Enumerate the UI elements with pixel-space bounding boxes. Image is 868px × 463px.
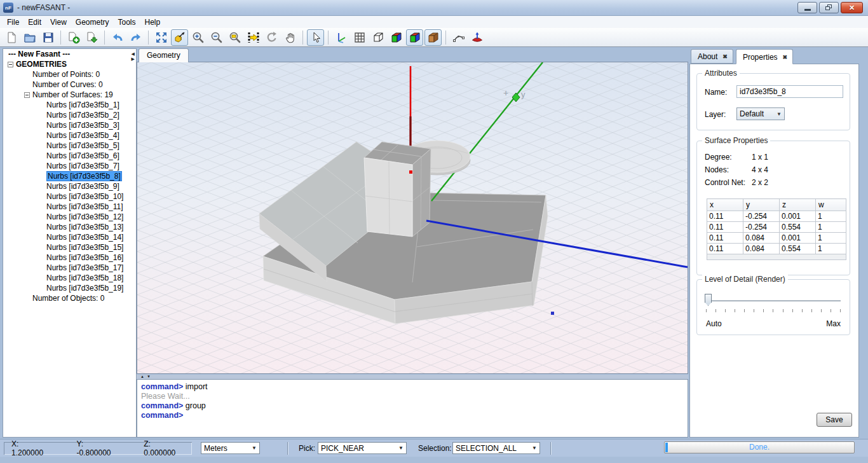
cell[interactable]: 0.11 [707, 222, 743, 233]
column-header-w[interactable]: w [816, 199, 846, 211]
viewport-3d-scene[interactable]: + y [137, 62, 688, 373]
title-bar[interactable]: nF - newFASANT - ✕ [0, 0, 868, 16]
surface-normals-button[interactable] [468, 29, 485, 46]
tree-splitter-arrows[interactable]: ◀▶ [132, 52, 135, 62]
curve-tool-button[interactable] [450, 29, 467, 46]
cell[interactable]: 1 [816, 211, 846, 222]
menu-edit[interactable]: Edit [24, 17, 46, 27]
menu-view[interactable]: View [46, 17, 71, 27]
tree-item-objects[interactable]: Number of Objects: 0 [3, 293, 136, 303]
cell[interactable]: -0.254 [743, 222, 780, 233]
tree-item-nurbs[interactable]: Nurbs [id7d3e3f5b_6] [3, 151, 136, 161]
tab-properties[interactable]: Properties✖ [736, 49, 793, 64]
menu-file[interactable]: File [3, 17, 24, 27]
cell[interactable]: 1 [816, 244, 846, 254]
selection-select[interactable]: SELECTION_ALL▼ [452, 442, 540, 454]
lod-slider-handle[interactable] [705, 294, 712, 306]
tree-item-nurbs[interactable]: Nurbs [id7d3e3f5b_9] [3, 181, 136, 191]
cell[interactable]: 0.11 [707, 244, 743, 254]
tree-item-points[interactable]: Number of Points: 0 [3, 69, 136, 79]
tree-item-nurbs[interactable]: Nurbs [id7d3e3f5b_3] [3, 120, 136, 130]
tree-item-nurbs[interactable]: Nurbs [id7d3e3f5b_2] [3, 110, 136, 120]
cell[interactable]: -0.254 [743, 211, 780, 222]
wireframe-cube-button[interactable] [369, 29, 386, 46]
cell[interactable]: 1 [816, 233, 846, 244]
cell[interactable]: 0.001 [780, 211, 816, 222]
tree-item-nurbs-selected[interactable]: Nurbs [id7d3e3f5b_8] [3, 171, 136, 181]
console-prompt-line[interactable]: command> [141, 411, 684, 420]
close-button[interactable]: ✕ [841, 2, 863, 13]
zoom-in-button[interactable] [189, 29, 207, 46]
undo-button[interactable] [109, 29, 126, 46]
tree-item-nurbs[interactable]: Nurbs [id7d3e3f5b_5] [3, 141, 136, 151]
column-header-z[interactable]: z [780, 199, 816, 211]
tree-item-nurbs[interactable]: Nurbs [id7d3e3f5b_17] [3, 263, 136, 273]
select-pointer-button[interactable] [307, 29, 324, 46]
shaded-cube-button[interactable] [388, 29, 405, 46]
tree-item-nurbs[interactable]: Nurbs [id7d3e3f5b_14] [3, 232, 136, 242]
textured-cube-button[interactable] [424, 29, 442, 46]
minimize-button[interactable] [797, 2, 817, 13]
rotate-view-button[interactable] [263, 29, 280, 46]
cell[interactable]: 0.554 [780, 222, 816, 233]
restore-button[interactable] [819, 2, 839, 13]
tree-item-nurbs[interactable]: Nurbs [id7d3e3f5b_11] [3, 202, 136, 212]
cell[interactable]: 0.001 [780, 233, 816, 244]
tree-root[interactable]: --- New Fasant --- [3, 49, 136, 59]
command-console[interactable]: command> import Please Wait... command> … [137, 379, 688, 438]
viewport-3d[interactable]: + y [137, 62, 688, 374]
save-button[interactable]: Save [817, 413, 852, 427]
tree-item-nurbs[interactable]: Nurbs [id7d3e3f5b_18] [3, 273, 136, 283]
column-header-x[interactable]: x [707, 199, 743, 211]
cell[interactable]: 0.084 [743, 244, 780, 254]
tree-item-nurbs[interactable]: Nurbs [id7d3e3f5b_12] [3, 212, 136, 222]
tree-item-nurbs[interactable]: Nurbs [id7d3e3f5b_10] [3, 191, 136, 202]
lod-slider-track[interactable] [706, 300, 841, 301]
cell[interactable]: 0.11 [707, 211, 743, 222]
tab-geometry[interactable]: Geometry [139, 48, 189, 62]
tab-about-close-icon[interactable]: ✖ [722, 53, 728, 60]
menu-help[interactable]: Help [140, 17, 165, 27]
zoom-window-button[interactable] [226, 29, 243, 46]
redo-button[interactable] [127, 29, 144, 46]
fit-view-button[interactable] [153, 29, 170, 46]
tree-item-nurbs[interactable]: Nurbs [id7d3e3f5b_7] [3, 161, 136, 171]
swap-view-button[interactable] [245, 29, 262, 46]
cell[interactable]: 1 [816, 222, 846, 233]
tree-item-nurbs[interactable]: Nurbs [id7d3e3f5b_19] [3, 283, 136, 293]
cell[interactable]: 0.084 [743, 233, 780, 244]
new-project-button[interactable] [65, 29, 82, 46]
open-folder-button[interactable] [21, 29, 38, 46]
tree-item-nurbs[interactable]: Nurbs [id7d3e3f5b_16] [3, 252, 136, 263]
pan-button[interactable] [281, 29, 299, 46]
menu-tools[interactable]: Tools [114, 17, 140, 27]
save-file-button[interactable] [39, 29, 57, 46]
cell[interactable]: 0.11 [707, 233, 743, 244]
pick-select[interactable]: PICK_NEAR▼ [318, 442, 407, 454]
name-input[interactable] [736, 85, 843, 98]
grid-button[interactable] [351, 29, 368, 46]
column-header-y[interactable]: y [743, 199, 780, 211]
menu-geometry[interactable]: Geometry [71, 17, 114, 27]
tree-item-surfaces[interactable]: Number of Surfaces: 19 [3, 90, 136, 100]
import-button[interactable] [83, 29, 100, 46]
tree-item-nurbs[interactable]: Nurbs [id7d3e3f5b_13] [3, 222, 136, 232]
tree-item-nurbs[interactable]: Nurbs [id7d3e3f5b_15] [3, 242, 136, 252]
tree-item-geometries[interactable]: GEOMETRIES [3, 59, 136, 69]
layer-select[interactable]: Default▼ [736, 107, 785, 120]
collapse-icon[interactable] [8, 62, 13, 67]
tab-properties-close-icon[interactable]: ✖ [783, 54, 788, 60]
tab-about[interactable]: About✖ [691, 49, 733, 64]
axes-button[interactable] [332, 29, 349, 46]
new-file-button[interactable] [3, 29, 20, 46]
units-select[interactable]: Meters▼ [201, 442, 260, 454]
shaded-edges-cube-button[interactable] [406, 29, 423, 46]
console-splitter[interactable]: ▲▼ [137, 375, 688, 379]
geometry-box[interactable] [364, 142, 431, 237]
zoom-object-button[interactable] [171, 29, 188, 46]
tree-item-nurbs[interactable]: Nurbs [id7d3e3f5b_4] [3, 130, 136, 141]
zoom-out-button[interactable] [208, 29, 225, 46]
tree-item-curves[interactable]: Number of Curves: 0 [3, 79, 136, 90]
cell[interactable]: 0.554 [780, 244, 816, 254]
tree-item-nurbs[interactable]: Nurbs [id7d3e3f5b_1] [3, 100, 136, 110]
